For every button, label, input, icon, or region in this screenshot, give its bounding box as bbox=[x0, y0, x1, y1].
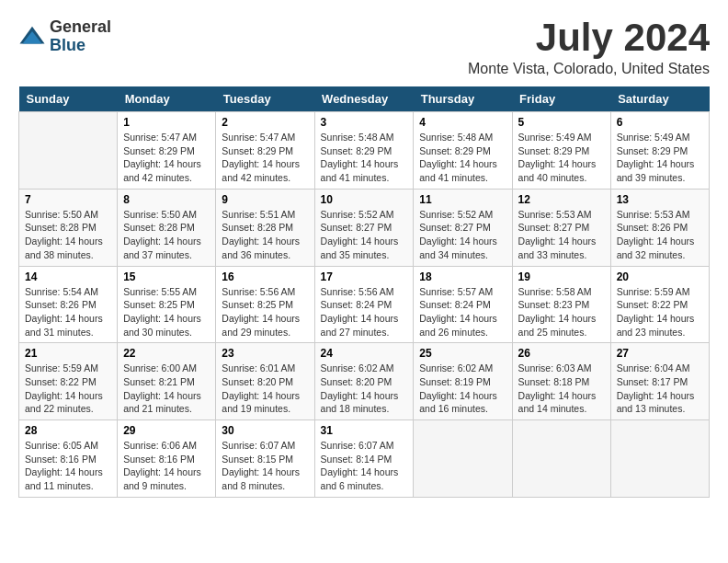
calendar-table: SundayMondayTuesdayWednesdayThursdayFrid… bbox=[18, 86, 710, 498]
day-detail: Sunrise: 5:49 AMSunset: 8:29 PMDaylight:… bbox=[617, 131, 703, 185]
calendar-week-row: 21Sunrise: 5:59 AMSunset: 8:22 PMDayligh… bbox=[19, 343, 710, 420]
day-detail: Sunrise: 5:55 AMSunset: 8:25 PMDaylight:… bbox=[123, 285, 210, 339]
day-detail: Sunrise: 5:53 AMSunset: 8:27 PMDaylight:… bbox=[518, 208, 605, 262]
day-number: 20 bbox=[617, 270, 703, 283]
day-detail: Sunrise: 6:02 AMSunset: 8:19 PMDaylight:… bbox=[419, 362, 506, 416]
calendar-cell: 9Sunrise: 5:51 AMSunset: 8:28 PMDaylight… bbox=[216, 189, 314, 266]
day-detail: Sunrise: 5:49 AMSunset: 8:29 PMDaylight:… bbox=[518, 131, 605, 185]
day-number: 17 bbox=[321, 270, 408, 283]
month-year-title: July 2024 bbox=[468, 18, 710, 57]
calendar-week-row: 28Sunrise: 6:05 AMSunset: 8:16 PMDayligh… bbox=[19, 420, 710, 498]
day-number: 7 bbox=[25, 193, 111, 206]
calendar-cell: 6Sunrise: 5:49 AMSunset: 8:29 PMDaylight… bbox=[610, 112, 709, 190]
calendar-cell: 14Sunrise: 5:54 AMSunset: 8:26 PMDayligh… bbox=[19, 266, 118, 343]
calendar-cell bbox=[414, 420, 512, 498]
day-detail: Sunrise: 5:50 AMSunset: 8:28 PMDaylight:… bbox=[123, 208, 210, 262]
day-number: 6 bbox=[617, 116, 703, 129]
day-number: 26 bbox=[518, 347, 605, 360]
calendar-cell: 10Sunrise: 5:52 AMSunset: 8:27 PMDayligh… bbox=[314, 189, 414, 266]
calendar-cell: 2Sunrise: 5:47 AMSunset: 8:29 PMDaylight… bbox=[216, 112, 314, 190]
day-of-week-header: Wednesday bbox=[314, 86, 414, 112]
calendar-cell: 28Sunrise: 6:05 AMSunset: 8:16 PMDayligh… bbox=[19, 420, 118, 498]
day-number: 12 bbox=[518, 193, 605, 206]
day-detail: Sunrise: 5:53 AMSunset: 8:26 PMDaylight:… bbox=[617, 208, 703, 262]
day-number: 27 bbox=[617, 347, 703, 360]
day-number: 21 bbox=[25, 347, 111, 360]
day-number: 8 bbox=[123, 193, 210, 206]
calendar-cell: 5Sunrise: 5:49 AMSunset: 8:29 PMDaylight… bbox=[512, 112, 610, 190]
calendar-cell: 7Sunrise: 5:50 AMSunset: 8:28 PMDaylight… bbox=[19, 189, 118, 266]
calendar-cell: 16Sunrise: 5:56 AMSunset: 8:25 PMDayligh… bbox=[216, 266, 314, 343]
day-detail: Sunrise: 5:56 AMSunset: 8:24 PMDaylight:… bbox=[321, 285, 408, 339]
day-detail: Sunrise: 5:47 AMSunset: 8:29 PMDaylight:… bbox=[123, 131, 210, 185]
calendar-cell: 23Sunrise: 6:01 AMSunset: 8:20 PMDayligh… bbox=[216, 343, 314, 420]
calendar-header-row: SundayMondayTuesdayWednesdayThursdayFrid… bbox=[19, 86, 710, 112]
day-number: 16 bbox=[222, 270, 308, 283]
day-number: 9 bbox=[222, 193, 308, 206]
logo: General Blue bbox=[18, 18, 111, 55]
logo-text: General Blue bbox=[50, 18, 111, 55]
page-header: General Blue July 2024 Monte Vista, Colo… bbox=[18, 18, 710, 77]
calendar-cell: 18Sunrise: 5:57 AMSunset: 8:24 PMDayligh… bbox=[414, 266, 512, 343]
calendar-cell: 27Sunrise: 6:04 AMSunset: 8:17 PMDayligh… bbox=[610, 343, 709, 420]
day-detail: Sunrise: 6:07 AMSunset: 8:15 PMDaylight:… bbox=[222, 439, 308, 493]
day-of-week-header: Tuesday bbox=[216, 86, 314, 112]
day-of-week-header: Thursday bbox=[414, 86, 512, 112]
calendar-cell: 4Sunrise: 5:48 AMSunset: 8:29 PMDaylight… bbox=[414, 112, 512, 190]
day-number: 30 bbox=[222, 424, 308, 437]
logo-icon bbox=[18, 23, 46, 51]
day-detail: Sunrise: 5:52 AMSunset: 8:27 PMDaylight:… bbox=[321, 208, 408, 262]
day-detail: Sunrise: 5:59 AMSunset: 8:22 PMDaylight:… bbox=[25, 362, 111, 416]
calendar-cell: 24Sunrise: 6:02 AMSunset: 8:20 PMDayligh… bbox=[314, 343, 414, 420]
day-detail: Sunrise: 6:06 AMSunset: 8:16 PMDaylight:… bbox=[123, 439, 210, 493]
day-number: 5 bbox=[518, 116, 605, 129]
day-detail: Sunrise: 5:56 AMSunset: 8:25 PMDaylight:… bbox=[222, 285, 308, 339]
day-detail: Sunrise: 5:51 AMSunset: 8:28 PMDaylight:… bbox=[222, 208, 308, 262]
day-number: 14 bbox=[25, 270, 111, 283]
calendar-cell: 26Sunrise: 6:03 AMSunset: 8:18 PMDayligh… bbox=[512, 343, 610, 420]
day-detail: Sunrise: 6:03 AMSunset: 8:18 PMDaylight:… bbox=[518, 362, 605, 416]
day-detail: Sunrise: 5:48 AMSunset: 8:29 PMDaylight:… bbox=[419, 131, 506, 185]
day-number: 19 bbox=[518, 270, 605, 283]
day-detail: Sunrise: 5:52 AMSunset: 8:27 PMDaylight:… bbox=[419, 208, 506, 262]
day-of-week-header: Monday bbox=[118, 86, 216, 112]
day-detail: Sunrise: 6:07 AMSunset: 8:14 PMDaylight:… bbox=[321, 439, 408, 493]
day-number: 28 bbox=[25, 424, 111, 437]
calendar-cell: 20Sunrise: 5:59 AMSunset: 8:22 PMDayligh… bbox=[610, 266, 709, 343]
day-of-week-header: Saturday bbox=[610, 86, 709, 112]
day-detail: Sunrise: 5:58 AMSunset: 8:23 PMDaylight:… bbox=[518, 285, 605, 339]
calendar-cell bbox=[610, 420, 709, 498]
calendar-cell: 30Sunrise: 6:07 AMSunset: 8:15 PMDayligh… bbox=[216, 420, 314, 498]
day-detail: Sunrise: 6:05 AMSunset: 8:16 PMDaylight:… bbox=[25, 439, 111, 493]
calendar-week-row: 7Sunrise: 5:50 AMSunset: 8:28 PMDaylight… bbox=[19, 189, 710, 266]
location-text: Monte Vista, Colorado, United States bbox=[468, 61, 710, 77]
calendar-cell: 1Sunrise: 5:47 AMSunset: 8:29 PMDaylight… bbox=[118, 112, 216, 190]
day-detail: Sunrise: 6:00 AMSunset: 8:21 PMDaylight:… bbox=[123, 362, 210, 416]
day-detail: Sunrise: 5:54 AMSunset: 8:26 PMDaylight:… bbox=[25, 285, 111, 339]
day-number: 23 bbox=[222, 347, 308, 360]
calendar-cell: 15Sunrise: 5:55 AMSunset: 8:25 PMDayligh… bbox=[118, 266, 216, 343]
day-detail: Sunrise: 6:04 AMSunset: 8:17 PMDaylight:… bbox=[617, 362, 703, 416]
calendar-cell bbox=[512, 420, 610, 498]
calendar-cell: 11Sunrise: 5:52 AMSunset: 8:27 PMDayligh… bbox=[414, 189, 512, 266]
day-detail: Sunrise: 5:50 AMSunset: 8:28 PMDaylight:… bbox=[25, 208, 111, 262]
day-number: 3 bbox=[321, 116, 408, 129]
calendar-cell: 13Sunrise: 5:53 AMSunset: 8:26 PMDayligh… bbox=[610, 189, 709, 266]
day-number: 1 bbox=[123, 116, 210, 129]
calendar-cell: 3Sunrise: 5:48 AMSunset: 8:29 PMDaylight… bbox=[314, 112, 414, 190]
calendar-cell: 29Sunrise: 6:06 AMSunset: 8:16 PMDayligh… bbox=[118, 420, 216, 498]
day-detail: Sunrise: 5:47 AMSunset: 8:29 PMDaylight:… bbox=[222, 131, 308, 185]
day-number: 31 bbox=[321, 424, 408, 437]
calendar-cell: 17Sunrise: 5:56 AMSunset: 8:24 PMDayligh… bbox=[314, 266, 414, 343]
day-detail: Sunrise: 6:02 AMSunset: 8:20 PMDaylight:… bbox=[321, 362, 408, 416]
day-number: 24 bbox=[321, 347, 408, 360]
calendar-cell: 31Sunrise: 6:07 AMSunset: 8:14 PMDayligh… bbox=[314, 420, 414, 498]
calendar-cell: 22Sunrise: 6:00 AMSunset: 8:21 PMDayligh… bbox=[118, 343, 216, 420]
day-number: 4 bbox=[419, 116, 506, 129]
calendar-week-row: 1Sunrise: 5:47 AMSunset: 8:29 PMDaylight… bbox=[19, 112, 710, 190]
day-number: 2 bbox=[222, 116, 308, 129]
day-number: 13 bbox=[617, 193, 703, 206]
day-detail: Sunrise: 5:48 AMSunset: 8:29 PMDaylight:… bbox=[321, 131, 408, 185]
day-number: 15 bbox=[123, 270, 210, 283]
calendar-cell: 8Sunrise: 5:50 AMSunset: 8:28 PMDaylight… bbox=[118, 189, 216, 266]
